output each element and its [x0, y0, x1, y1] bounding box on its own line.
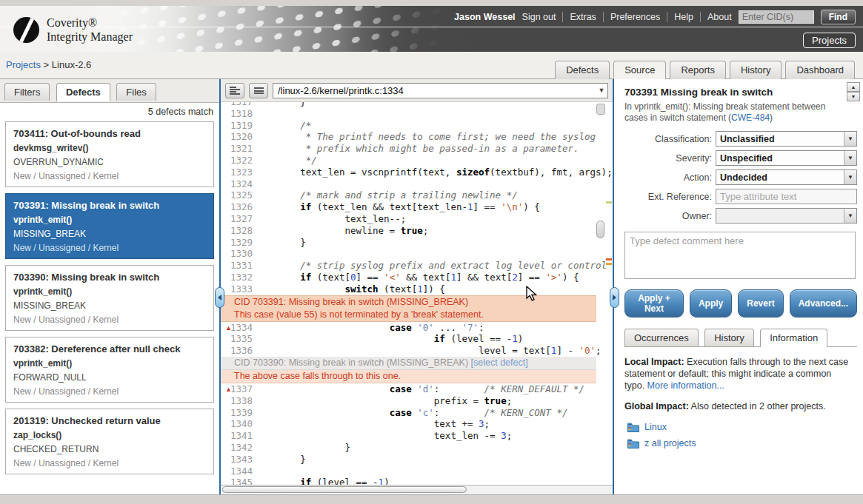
- next-defect-button[interactable]: ▼: [847, 92, 860, 101]
- collapse-right-panel-handle[interactable]: [610, 287, 619, 308]
- tab-source[interactable]: Source: [613, 61, 666, 79]
- code-line: 1338 prefix = true;: [221, 395, 613, 407]
- line-number: 1319: [221, 120, 256, 132]
- defect-card-checker: MISSING_BREAK: [13, 229, 206, 239]
- code-line: ▲1334 case '0' ... '7':: [221, 322, 613, 334]
- related-defect-text: CID 703390: Missing break in switch (MIS…: [234, 357, 471, 368]
- defect-card[interactable]: 703390: Missing break in switchvprintk_e…: [5, 265, 214, 331]
- code-line: 1339 case 'c': /* KERN_CONT */: [221, 407, 613, 419]
- line-number: 1324: [221, 178, 256, 190]
- severity-select[interactable]: Unspecified ▼: [716, 150, 857, 166]
- triage-buttons: Apply + Next Apply Revert Advanced...: [624, 289, 857, 317]
- action-select[interactable]: Undecided ▼: [716, 169, 857, 185]
- file-path-dropdown[interactable]: /linux-2.6/kernel/printk.c:1334 ▼: [273, 83, 608, 98]
- local-impact-paragraph: Local Impact: Execution falls through to…: [624, 356, 853, 392]
- more-information-link[interactable]: More information...: [647, 380, 724, 391]
- about-link[interactable]: About: [707, 12, 732, 22]
- defect-comment-textarea[interactable]: [624, 232, 856, 279]
- code-line: 1344: [221, 466, 613, 477]
- severity-value: Unspecified: [716, 153, 844, 164]
- brand-line-2: Integrity Manager: [47, 30, 133, 44]
- line-numbers-toggle-button[interactable]: [225, 83, 244, 98]
- ext-reference-input[interactable]: [716, 189, 857, 204]
- previous-defect-button[interactable]: ▲: [847, 82, 860, 92]
- breadcrumb-bar: Projects > Linux-2.6 Defects Source Repo…: [0, 52, 863, 79]
- project-link-row: z all projects: [627, 437, 853, 449]
- project-links: Linux z all projects: [624, 421, 853, 449]
- left-tab-bar: Filters Defects Files: [0, 79, 219, 103]
- project-link-linux[interactable]: Linux: [644, 421, 667, 433]
- code-text: level = text[1] - '0';: [256, 345, 613, 357]
- projects-button[interactable]: Projects: [803, 33, 856, 48]
- code-line: 1318: [221, 108, 613, 120]
- cid-search-input[interactable]: [739, 10, 814, 24]
- horizontal-scrollbar-thumb[interactable]: [222, 486, 467, 493]
- chevron-down-icon: ▼: [596, 87, 607, 94]
- tab-history[interactable]: History: [730, 61, 782, 79]
- defect-description-close: ): [770, 112, 773, 123]
- defect-pager: ▲ ▼: [847, 82, 860, 101]
- help-link[interactable]: Help: [674, 12, 693, 22]
- tab-files[interactable]: Files: [116, 83, 156, 101]
- chevron-down-icon: ▼: [844, 151, 856, 165]
- extras-link[interactable]: Extras: [570, 12, 596, 22]
- code-text: }: [256, 102, 613, 108]
- tab-history-detail[interactable]: History: [704, 329, 753, 346]
- tab-defects[interactable]: Defects: [555, 61, 610, 79]
- coverity-logo: Coverity® Integrity Manager: [13, 16, 133, 44]
- plain-view-button[interactable]: [249, 83, 268, 98]
- defect-card-title: 703382: Dereference after null check: [13, 343, 206, 355]
- collapse-left-panel-handle[interactable]: [215, 287, 224, 308]
- code-text: case 'c': /* KERN_CONT */: [256, 407, 613, 419]
- scrollbar-top-button[interactable]: [596, 104, 605, 115]
- apply-next-button[interactable]: Apply + Next: [624, 289, 684, 317]
- advanced-button[interactable]: Advanced...: [790, 289, 857, 317]
- defect-card[interactable]: 703382: Dereference after null checkvpri…: [5, 337, 214, 403]
- select-defect-link[interactable]: [select defect]: [471, 357, 528, 368]
- tab-defects-list[interactable]: Defects: [56, 83, 110, 101]
- code-line: 1342 }: [221, 442, 613, 454]
- scroll-marker-olive: [606, 201, 612, 204]
- line-number: 1330: [221, 248, 256, 260]
- preferences-link[interactable]: Preferences: [610, 12, 660, 22]
- code-line: 1317 }: [221, 102, 613, 108]
- owner-combo[interactable]: ▼: [716, 208, 857, 224]
- sign-out-link[interactable]: Sign out: [522, 12, 556, 22]
- line-number: 1326: [221, 201, 256, 213]
- cwe-link[interactable]: CWE-484: [731, 112, 770, 123]
- revert-button[interactable]: Revert: [738, 289, 783, 317]
- line-number: 1341: [221, 430, 256, 442]
- apply-button[interactable]: Apply: [690, 289, 732, 317]
- defect-card[interactable]: 703391: Missing break in switchvprintk_e…: [5, 193, 214, 259]
- classification-select[interactable]: Unclassified ▼: [716, 131, 857, 147]
- line-number: ▲1337: [221, 383, 256, 395]
- defect-line-marker-icon: ▲: [225, 384, 232, 396]
- folder-icon: [627, 439, 639, 448]
- defect-card[interactable]: 201319: Unchecked return valuezap_locks(…: [5, 409, 214, 474]
- line-number: 1317: [221, 102, 256, 108]
- project-link-all-projects[interactable]: z all projects: [644, 437, 696, 449]
- global-impact-label: Global Impact:: [624, 401, 689, 411]
- line-number: 1328: [221, 225, 256, 237]
- tab-filters[interactable]: Filters: [4, 83, 50, 101]
- action-label: Action:: [624, 172, 712, 183]
- defect-card[interactable]: 703411: Out-of-bounds readdevkmsg_writev…: [5, 121, 214, 187]
- code-line: 1328 newline = true;: [221, 225, 613, 237]
- owner-label: Owner:: [624, 211, 712, 221]
- tab-dashboard[interactable]: Dashboard: [785, 61, 855, 79]
- find-button[interactable]: Find: [821, 10, 856, 24]
- menu-separator: [667, 12, 667, 22]
- breadcrumb-projects-link[interactable]: Projects: [6, 59, 41, 70]
- defect-card-checker: MISSING_BREAK: [13, 300, 206, 311]
- chevron-right-icon: [613, 295, 616, 300]
- line-number: 1343: [221, 454, 256, 466]
- code-text: text += 3;: [256, 418, 613, 430]
- tab-information[interactable]: Information: [760, 329, 827, 347]
- tab-occurrences[interactable]: Occurrences: [624, 329, 699, 346]
- line-number: 1335: [221, 333, 256, 345]
- page-top-strip: [0, 0, 863, 6]
- breadcrumb: Projects > Linux-2.6: [6, 59, 91, 70]
- vertical-scrollbar-thumb[interactable]: [596, 221, 604, 238]
- tab-reports[interactable]: Reports: [670, 61, 726, 79]
- file-path-value: /linux-2.6/kernel/printk.c:1334: [278, 85, 596, 96]
